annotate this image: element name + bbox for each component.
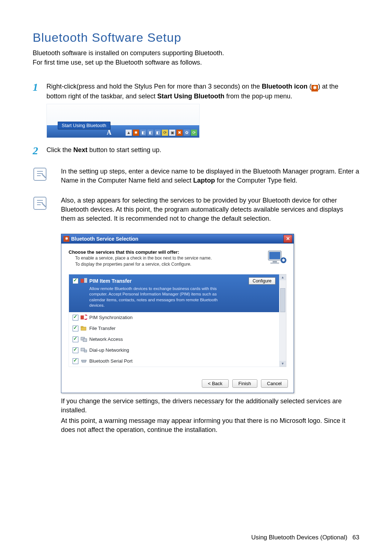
network-access-icon [81, 336, 87, 342]
window-button-row: < Back Finish Cancel [61, 374, 294, 393]
note-1-part-rest: for the Computer Type field. [215, 177, 297, 184]
cancel-button[interactable]: Cancel [261, 379, 288, 388]
note-1-bold: Laptop [193, 177, 215, 184]
after-window-text-1: If you change the service settings, the … [61, 397, 359, 415]
service-checkbox[interactable] [73, 278, 78, 284]
service-checkbox[interactable] [73, 347, 78, 353]
choose-services-sub1: To enable a service, place a check in th… [75, 256, 265, 261]
service-label: File Transfer [89, 326, 115, 331]
note-2-text: Also, a step appears for selecting the s… [61, 196, 359, 224]
scroll-up-arrow-icon[interactable]: ▴ [279, 274, 286, 280]
service-item[interactable]: File Transfer [69, 323, 279, 334]
pim-item-transfer-icon [81, 278, 87, 283]
step-2-text: Click the Next button to start setting u… [46, 145, 359, 155]
service-checkbox[interactable] [73, 336, 78, 342]
tray-icon[interactable]: ◧ [147, 130, 154, 136]
tray-icon[interactable]: ◧ [155, 130, 161, 136]
service-checkbox[interactable] [73, 326, 78, 331]
services-list: PIM Item Transfer Configure Allow remote… [69, 274, 279, 367]
service-label: Bluetooth Serial Port [89, 358, 132, 364]
step-1-part-a: Right-click(press and hold the Stylus Pe… [46, 83, 262, 90]
service-label: Network Access [89, 336, 123, 342]
svg-rect-14 [83, 339, 87, 342]
step-1-part-b: ( [307, 83, 311, 90]
service-item[interactable]: Network Access [69, 334, 279, 345]
window-body: Choose the services that this computer w… [61, 244, 294, 374]
service-item[interactable]: Bluetooth Serial Port [69, 356, 279, 367]
service-label: PIM Synchronization [89, 315, 132, 320]
tray-icon[interactable]: ⟳ [162, 130, 168, 136]
taskbar-context-menu-item[interactable]: Start Using Bluetooth [58, 122, 110, 129]
computer-icon: ✱ [268, 249, 286, 265]
step-2-part-a: Click the [46, 146, 73, 154]
service-checkbox[interactable] [73, 315, 78, 321]
window-app-icon: ✱ [64, 236, 69, 242]
svg-rect-3 [269, 252, 280, 259]
step-1-part-d: from the pop-up menu. [224, 93, 292, 100]
back-button[interactable]: < Back [202, 379, 229, 388]
taskbar-language-indicator: A [107, 129, 111, 136]
svg-rect-5 [270, 262, 279, 264]
step-number-1: 1 [33, 82, 46, 93]
svg-rect-9 [84, 278, 87, 283]
serial-port-icon [81, 358, 87, 364]
svg-rect-1 [34, 197, 46, 209]
bluetooth-service-selection-window: ✱ Bluetooth Service Selection ✕ Choose t… [61, 234, 294, 393]
svg-text:✱: ✱ [282, 258, 285, 263]
choose-services-sub2: To display the properties panel for a se… [75, 262, 265, 268]
tray-icon[interactable]: ◧ [140, 130, 146, 136]
tray-icon[interactable]: ✿ [184, 130, 190, 136]
note-1-text: In the setting up steps, enter a device … [61, 167, 359, 185]
svg-rect-4 [273, 261, 277, 262]
service-label: Dial-up Networking [89, 347, 129, 353]
pim-sync-icon [81, 315, 87, 320]
note-icon [33, 196, 51, 212]
svg-rect-16 [84, 350, 87, 352]
tray-bluetooth-icon[interactable]: ✱ [133, 130, 139, 136]
step-1-bold-1: Bluetooth icon [262, 83, 307, 90]
intro-line-2: For first time use, set up the Bluetooth… [33, 59, 202, 66]
svg-rect-8 [81, 279, 84, 283]
taskbar-screenshot: Start Using Bluetooth A ▲ ✱ ◧ ◧ ◧ ⟳ ▣ ✖ … [46, 104, 200, 138]
dial-up-icon [81, 347, 87, 353]
step-1-bold-2: Start Using Bluetooth [157, 93, 224, 100]
service-item-highlighted[interactable]: PIM Item Transfer Configure Allow remote… [69, 274, 279, 312]
choose-services-heading: Choose the services that this computer w… [69, 249, 265, 255]
file-transfer-icon [81, 326, 87, 331]
tray-icon[interactable]: ▣ [169, 130, 175, 136]
close-button[interactable]: ✕ [283, 235, 292, 243]
tray-icon[interactable]: ⟳ [191, 130, 197, 136]
step-number-2: 2 [33, 145, 46, 156]
svg-rect-0 [34, 168, 46, 180]
service-checkbox[interactable] [73, 358, 78, 364]
tray-icon[interactable]: ▲ [126, 130, 132, 136]
service-description: Allow remote Bluetooth devices to exchan… [89, 286, 227, 309]
svg-rect-10 [81, 315, 84, 319]
footer-label: Using Bluetooth Devices (Optional) [251, 534, 347, 541]
after-window-text-2: At this point, a warning message may app… [61, 416, 359, 434]
window-titlebar: ✱ Bluetooth Service Selection ✕ [61, 234, 294, 244]
page-heading: Bluetooth Software Setup [33, 30, 359, 45]
service-item[interactable]: Dial-up Networking [69, 345, 279, 356]
bluetooth-icon: ✱ [311, 85, 318, 91]
tray-icon[interactable]: ✖ [176, 130, 183, 136]
page-footer: Using Bluetooth Devices (Optional) 63 [251, 534, 359, 541]
step-2-part-b: button to start setting up. [87, 146, 161, 154]
service-title: PIM Item Transfer [89, 278, 132, 284]
finish-button[interactable]: Finish [232, 379, 257, 388]
svg-rect-12 [81, 326, 83, 327]
service-item[interactable]: PIM Synchronization [69, 312, 279, 323]
step-1-text: Right-click(press and hold the Stylus Pe… [46, 82, 359, 101]
scrollbar[interactable]: ▴ ▾ [279, 274, 286, 367]
intro-line-1: Bluetooth software is installed on compu… [33, 49, 224, 57]
scroll-down-arrow-icon[interactable]: ▾ [279, 361, 286, 367]
taskbar-tray: ▲ ✱ ◧ ◧ ◧ ⟳ ▣ ✖ ✿ ⟳ [126, 130, 197, 136]
step-2-bold: Next [73, 146, 87, 154]
scroll-thumb[interactable] [280, 288, 285, 312]
window-title: Bluetooth Service Selection [71, 236, 283, 242]
footer-page-number: 63 [352, 534, 359, 541]
note-icon [33, 167, 51, 183]
configure-button[interactable]: Configure [249, 277, 275, 285]
